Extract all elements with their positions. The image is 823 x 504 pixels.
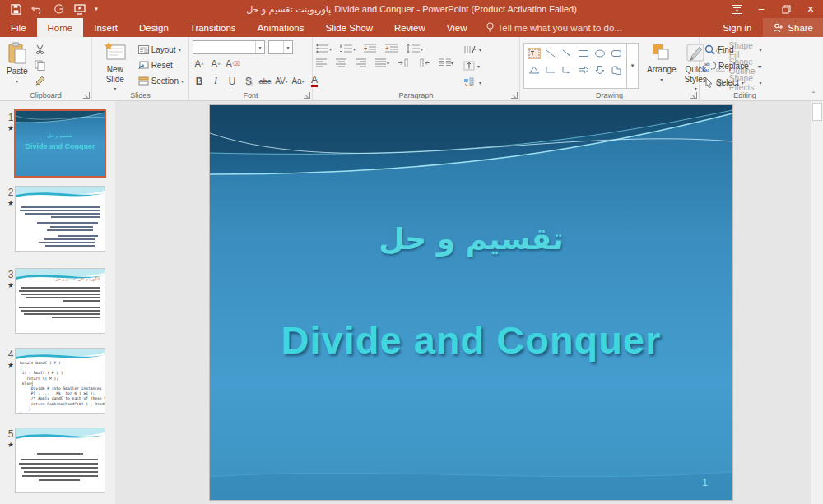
tab-home[interactable]: Home <box>37 18 84 37</box>
shapes-gallery[interactable] <box>523 43 627 89</box>
convert-smartart-button[interactable]: ▾ <box>462 76 483 89</box>
minimize-button[interactable]: – <box>749 0 774 18</box>
shape-arrow-icon[interactable] <box>561 49 573 58</box>
shape-elbow-arrow-connector-icon[interactable] <box>561 65 573 75</box>
bold-button[interactable]: B <box>193 74 206 88</box>
increase-indent-button[interactable] <box>385 44 398 53</box>
undo-icon[interactable] <box>26 0 48 18</box>
new-slide-button[interactable]: New Slide ▾ <box>95 40 135 89</box>
close-button[interactable]: × <box>798 0 823 18</box>
customize-qat-dropdown-icon[interactable]: ▾ <box>91 0 102 18</box>
slide-4-thumbnail[interactable]: Result DandC ( P ) { if ( Small ( P ) ) … <box>15 348 105 414</box>
align-text-button[interactable]: ▾ <box>462 59 483 72</box>
tab-transitions[interactable]: Transitions <box>179 18 247 37</box>
shape-triangle-icon[interactable] <box>528 65 540 75</box>
thumbnail-slide-3[interactable]: 3★ الگوريتم كلي تقسيم و حل <box>0 268 115 344</box>
ltr-text-direction-button[interactable] <box>398 58 410 67</box>
increase-font-size-button[interactable]: A˄ <box>193 57 206 71</box>
shape-elbow-connector-icon[interactable] <box>545 65 556 75</box>
share-button[interactable]: Share <box>763 18 823 37</box>
align-right-button[interactable] <box>356 58 367 67</box>
arrange-button[interactable]: Arrange ▾ <box>644 40 680 89</box>
slide-title-english[interactable]: Divide and Conquer <box>210 317 732 363</box>
font-size-dropdown-icon[interactable]: ▾ <box>283 41 292 53</box>
new-slide-dropdown-icon[interactable]: ▾ <box>114 86 116 91</box>
paragraph-dialog-launcher-icon[interactable] <box>511 92 518 99</box>
shape-rounded-rectangle-icon[interactable] <box>611 49 622 58</box>
align-center-button[interactable] <box>336 58 347 67</box>
strikethrough-button[interactable]: abc <box>258 74 272 88</box>
italic-button[interactable]: I <box>209 74 222 88</box>
select-button[interactable]: Select▾ <box>703 76 762 89</box>
slide-5-thumbnail[interactable] <box>15 428 105 493</box>
text-line <box>21 287 100 289</box>
tab-file[interactable]: File <box>0 18 37 37</box>
numbering-button[interactable]: ▾ <box>340 44 356 53</box>
tell-me-box[interactable]: Tell me what you want to do... <box>478 18 631 37</box>
thumbnail-slide-2[interactable]: 2★ <box>0 186 115 261</box>
restore-button[interactable] <box>774 0 798 18</box>
ribbon-display-options-icon[interactable] <box>724 0 749 18</box>
vertical-scrollbar[interactable] <box>811 101 823 504</box>
font-name-combobox[interactable]: ▾ <box>193 40 265 54</box>
shape-oval-icon[interactable] <box>594 49 606 58</box>
font-dialog-launcher-icon[interactable] <box>304 92 310 99</box>
save-icon[interactable] <box>5 0 26 18</box>
drawing-dialog-launcher-icon[interactable] <box>690 92 697 99</box>
tab-insert[interactable]: Insert <box>83 18 128 37</box>
shape-line-icon[interactable] <box>545 49 556 58</box>
copy-button[interactable] <box>33 58 47 72</box>
tab-review[interactable]: Review <box>384 18 436 37</box>
current-slide[interactable]: تقسيم و حل Divide and Conquer 1 <box>210 105 732 500</box>
reset-button[interactable]: Reset <box>137 58 185 72</box>
decrease-indent-button[interactable] <box>364 44 377 53</box>
bullets-button[interactable]: ▾ <box>316 44 332 53</box>
text-shadow-button[interactable]: S <box>242 74 255 88</box>
collapse-ribbon-icon[interactable]: ˆ <box>812 90 815 99</box>
tab-design[interactable]: Design <box>128 18 179 37</box>
thumbnail-slide-4[interactable]: 4★ Result DandC ( P ) { if ( Small ( P )… <box>0 348 115 423</box>
format-painter-button[interactable] <box>33 74 47 87</box>
slide-3-thumbnail[interactable]: الگوريتم كلي تقسيم و حل <box>15 268 105 334</box>
decrease-font-size-button[interactable]: A˅ <box>209 57 222 71</box>
section-button[interactable]: Section▾ <box>137 74 185 87</box>
shape-rectangle-icon[interactable] <box>578 49 589 58</box>
shape-corner-icon[interactable] <box>611 65 622 75</box>
find-button[interactable]: Find <box>703 43 762 56</box>
shape-down-arrow-icon[interactable] <box>594 65 606 75</box>
thumbnail-slide-5[interactable]: 5★ <box>0 428 115 503</box>
align-left-button[interactable] <box>316 58 328 67</box>
shape-right-arrow-icon[interactable] <box>578 65 589 75</box>
slide-2-thumbnail[interactable] <box>15 186 105 252</box>
scrollbar-thumb[interactable] <box>812 103 822 121</box>
slide-1-thumbnail[interactable]: تقسيم و حل Divide and Conquer <box>14 109 106 178</box>
paste-button[interactable]: Paste ▾ <box>3 40 31 89</box>
line-spacing-button[interactable]: ▾ <box>407 44 423 53</box>
layout-button[interactable]: Layout▾ <box>137 43 185 56</box>
sign-in-button[interactable]: Sign in <box>711 18 763 37</box>
clear-formatting-button[interactable]: A⌫ <box>226 57 240 71</box>
character-spacing-button[interactable]: AV▾ <box>275 74 288 88</box>
redo-icon[interactable] <box>48 0 69 18</box>
columns-button[interactable]: ▾ <box>439 58 453 67</box>
replace-button[interactable]: abac Replace▾ <box>703 59 762 72</box>
change-case-button[interactable]: Aa▾ <box>291 74 305 88</box>
tab-view[interactable]: View <box>436 18 478 37</box>
clipboard-dialog-launcher-icon[interactable] <box>83 92 90 99</box>
thumbnail-slide-1[interactable]: 1★ تقسيم و حل Divide and Conquer <box>0 111 115 187</box>
underline-button[interactable]: U <box>226 74 239 88</box>
slide-title-arabic[interactable]: تقسيم و حل <box>210 222 732 256</box>
paste-dropdown-icon[interactable]: ▾ <box>16 78 18 84</box>
tab-animations[interactable]: Animations <box>247 18 315 37</box>
cut-button[interactable] <box>33 43 47 56</box>
rtl-text-direction-button[interactable] <box>418 58 430 67</box>
shape-textbox-icon[interactable] <box>528 48 541 59</box>
tab-slide-show[interactable]: Slide Show <box>315 18 384 37</box>
font-name-dropdown-icon[interactable]: ▾ <box>255 41 264 53</box>
slide-1-mini-title-arabic: تقسيم و حل <box>16 132 105 138</box>
text-direction-button[interactable]: ▾ <box>462 43 483 56</box>
start-from-beginning-icon[interactable] <box>69 0 91 18</box>
shapes-gallery-more-icon[interactable]: ▾ <box>627 43 639 89</box>
font-size-combobox[interactable]: ▾ <box>268 40 293 54</box>
justify-button[interactable]: ▾ <box>375 58 389 67</box>
